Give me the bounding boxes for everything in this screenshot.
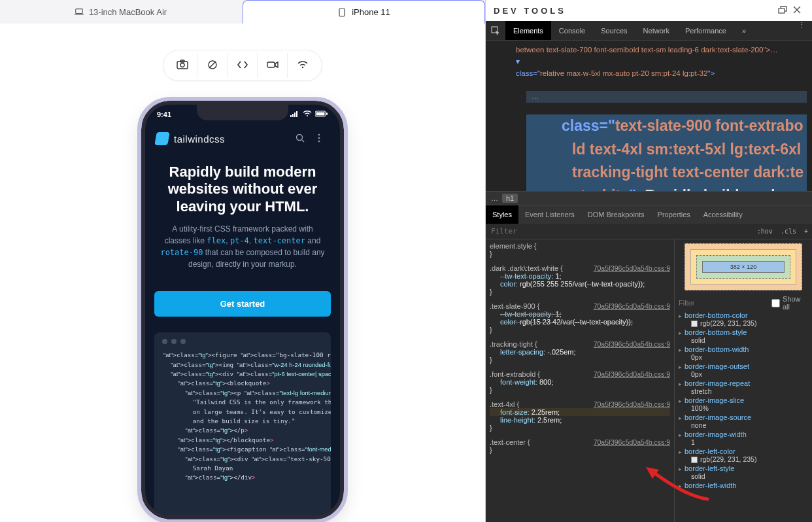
code-preview: "at">class="tg"><figure "at">class="bg-s… <box>154 332 331 515</box>
code-body: "at">class="tg"><figure "at">class="bg-s… <box>154 351 331 492</box>
svg-point-19 <box>297 134 303 140</box>
computed-filter-input[interactable] <box>679 299 769 307</box>
signal-icon <box>290 111 299 118</box>
region-button[interactable] <box>197 53 228 78</box>
statusbar-time: 9:41 <box>157 111 171 118</box>
menu-icon[interactable] <box>318 133 330 145</box>
hero-subtitle: A utility-first CSS framework packed wit… <box>156 223 330 270</box>
devtools-sub-tabs: Styles Event Listeners DOM Breakpoints P… <box>486 205 812 224</box>
svg-rect-12 <box>292 114 294 117</box>
wifi-icon <box>297 60 309 71</box>
phone-icon <box>337 8 347 17</box>
tab-sources[interactable]: Sources <box>593 21 635 40</box>
devtools-main-tabs: Elements Console Sources Network Perform… <box>486 21 812 41</box>
svg-line-7 <box>209 61 216 68</box>
dom-tree[interactable]: between text-slate-700 font-semibold tex… <box>486 41 812 191</box>
styles-filter-row: :hov .cls + <box>486 224 812 239</box>
preview-viewport: 9:41 tailwindcss <box>0 24 485 522</box>
tab-iphone[interactable]: iPhone 11 <box>243 0 485 24</box>
window-dots <box>154 332 331 351</box>
devtools-titlebar: DEV TOOLS <box>486 0 812 21</box>
tab-console[interactable]: Console <box>551 21 593 40</box>
phone-screen: tailwindcss Rapidly build modern website… <box>145 124 340 515</box>
svg-point-15 <box>307 115 308 116</box>
svg-rect-2 <box>339 9 345 16</box>
crumb-element: h1 <box>502 194 518 203</box>
code-button[interactable] <box>228 53 258 78</box>
styles-pane[interactable]: element.style {}.dark .dark\:text-white … <box>486 239 675 522</box>
svg-point-23 <box>318 140 320 142</box>
inspect-tool-icon[interactable] <box>486 21 505 40</box>
svg-rect-13 <box>294 113 296 117</box>
device-preview-panel: 13-inch MacBook Air iPhone 11 <box>0 0 485 522</box>
video-icon <box>267 60 279 71</box>
subtab-properties[interactable]: Properties <box>651 205 697 224</box>
tab-network[interactable]: Network <box>635 21 677 40</box>
restore-window-icon[interactable] <box>775 6 790 16</box>
tab-iphone-label: iPhone 11 <box>352 7 390 17</box>
cls-toggle[interactable]: .cls <box>777 228 800 235</box>
show-all-label: Show all <box>783 295 808 311</box>
svg-rect-24 <box>779 9 785 13</box>
laptop-icon <box>75 7 84 16</box>
devtools-kebab-icon[interactable]: ⋮ <box>792 21 812 40</box>
tailwind-logo-icon <box>154 132 170 145</box>
screenshot-button[interactable] <box>167 53 197 78</box>
hov-toggle[interactable]: :hov <box>753 228 777 235</box>
svg-rect-11 <box>290 115 292 117</box>
subtab-styles[interactable]: Styles <box>486 205 518 224</box>
phone-mockup: 9:41 tailwindcss <box>141 101 344 519</box>
close-window-icon[interactable] <box>790 6 804 16</box>
tab-macbook[interactable]: 13-inch MacBook Air <box>0 0 241 24</box>
svg-marker-9 <box>275 62 278 67</box>
add-rule-button[interactable]: + <box>800 228 812 235</box>
hero-section: Rapidly build modern websites without ev… <box>145 153 340 281</box>
breadcrumb[interactable]: … h1 <box>486 191 812 205</box>
tab-macbook-label: 13-inch MacBook Air <box>89 7 167 17</box>
crumb-ellipsis: … <box>491 194 498 202</box>
svg-rect-14 <box>296 111 297 117</box>
battery-icon <box>315 111 328 118</box>
box-content-size: 382 × 120 <box>702 261 785 273</box>
no-region-icon <box>207 60 218 72</box>
styles-filter-input[interactable] <box>486 227 753 235</box>
device-tabs: 13-inch MacBook Air iPhone 11 <box>0 0 485 24</box>
svg-line-20 <box>302 140 304 142</box>
more-tabs-icon[interactable]: » <box>734 21 754 40</box>
subtab-accessibility[interactable]: Accessibility <box>697 205 749 224</box>
subtab-event-listeners[interactable]: Event Listeners <box>518 205 581 224</box>
tab-performance[interactable]: Performance <box>677 21 734 40</box>
svg-rect-0 <box>76 9 83 14</box>
search-icon[interactable] <box>296 133 307 145</box>
svg-point-4 <box>180 63 184 67</box>
tab-elements[interactable]: Elements <box>505 21 551 40</box>
camera-icon <box>177 60 188 72</box>
box-model: 382 × 120 <box>685 243 802 290</box>
svg-rect-1 <box>75 14 84 15</box>
wifi-button[interactable] <box>288 53 318 78</box>
svg-point-21 <box>318 133 320 135</box>
video-button[interactable] <box>258 53 288 78</box>
svg-point-22 <box>318 137 320 139</box>
phone-notch <box>197 105 288 120</box>
svg-rect-18 <box>326 113 328 115</box>
devtools-title: DEV TOOLS <box>494 6 566 16</box>
computed-pane[interactable]: 382 × 120 Show all ▸border-bottom-colorr… <box>675 239 812 522</box>
hero-title: Rapidly build modern websites without ev… <box>156 164 330 215</box>
preview-toolbar <box>163 50 322 81</box>
wifi-statusbar-icon <box>303 111 312 118</box>
svg-point-10 <box>302 66 303 67</box>
get-started-button[interactable]: Get started <box>154 291 331 317</box>
svg-rect-17 <box>316 113 325 116</box>
show-all-checkbox[interactable] <box>771 299 780 307</box>
code-icon <box>237 60 248 71</box>
devtools-panel: DEV TOOLS Elements Console Sources Netwo… <box>485 0 812 522</box>
svg-rect-8 <box>267 62 275 67</box>
subtab-dom-breakpoints[interactable]: DOM Breakpoints <box>581 205 651 224</box>
brand-name: tailwindcss <box>174 133 225 145</box>
app-header: tailwindcss <box>145 124 340 153</box>
